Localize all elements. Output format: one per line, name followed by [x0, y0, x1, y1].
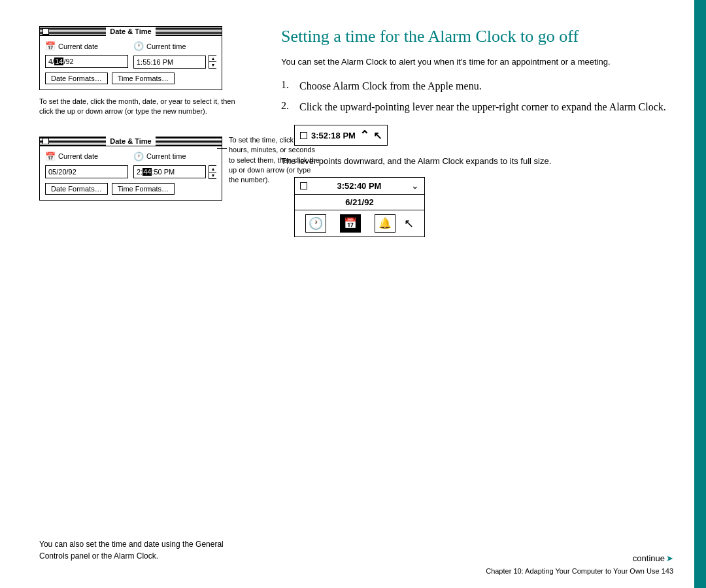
dialog1-time-input-row: 1:55:16 PM ▲ ▼ [133, 55, 216, 69]
caption1-text: To set the date, click the month, date, … [39, 97, 242, 117]
calendar-icon: 📅 [45, 41, 56, 51]
dialog2-date-field-group: 05/20/92 [45, 165, 128, 178]
alarm-lever-down-icon: ⌄ [411, 180, 419, 191]
dialog1-section: Date & Time 📅 Current date 🕐 [39, 26, 242, 117]
alarm-expanded-bottom: 🕐 📅 🔔 ↖ [295, 210, 424, 237]
intro-text: You can set the Alarm Clock to alert you… [281, 56, 667, 69]
step-2: 2. Click the upward-pointing lever near … [281, 100, 667, 114]
dialog2-date-input[interactable]: 05/20/92 [45, 165, 128, 178]
left-column: Date & Time 📅 Current date 🕐 [0, 0, 261, 588]
clock-icon: 🕐 [133, 41, 144, 51]
alarm-collapsed-widget: 3:52:18 PM ⌃ ↖ [294, 125, 388, 146]
page-title: Setting a time for the Alarm Clock to go… [281, 26, 667, 46]
step-2-text: Click the upward-pointing lever near the… [299, 100, 666, 114]
alarm-collapsed-time: 3:52:18 PM [311, 131, 356, 140]
dialog1-stepper[interactable]: ▲ ▼ [209, 55, 216, 69]
step-2-num: 2. [281, 100, 294, 114]
dialog2-stepper-up[interactable]: ▲ [209, 166, 217, 172]
dialog1-titlebar: Date & Time [40, 27, 222, 36]
dialog1-time-label: 🕐 Current time [133, 41, 216, 51]
dialog1-date-label: 📅 Current date [45, 41, 128, 51]
dialog2-date-label: 📅 Current date [45, 152, 128, 161]
dialog2-close-box[interactable] [42, 138, 49, 144]
dialog1-date-field-group: 4/14/92 [45, 55, 128, 68]
right-column: Setting a time for the Alarm Clock to go… [261, 0, 706, 588]
dialog2-time-input-row: 2:44:50 PM ▲ ▼ [133, 165, 216, 179]
cursor-icon: ↖ [373, 129, 382, 142]
alarm-calendar-icon[interactable]: 📅 [340, 214, 361, 233]
dialog2-stepper[interactable]: ▲ ▼ [209, 165, 216, 179]
lever-description: The lever points downward, and the Alarm… [281, 155, 667, 168]
dialog1-close-box[interactable] [42, 28, 49, 35]
footer-text: Chapter 10: Adapting Your Computer to Yo… [486, 567, 673, 575]
dialog1-time-formats-btn[interactable]: Time Formats… [112, 73, 175, 84]
date-time-dialog-2: Date & Time 📅 Current date 🕐 [39, 137, 222, 201]
dialog1-labels-row: 📅 Current date 🕐 Current time [45, 41, 216, 51]
dialog2-inputs-row: 05/20/92 2:44:50 PM ▲ ▼ [45, 165, 216, 179]
clock-icon-2: 🕐 [133, 152, 144, 161]
dialog2-time-group: 🕐 Current time [133, 152, 216, 161]
dialog1-time-group: 🕐 Current time [133, 41, 216, 51]
alarm-expanded-date: 6/21/92 [295, 195, 424, 210]
dialog1-inputs-row: 4/14/92 1:55:16 PM ▲ ▼ [45, 55, 216, 69]
step-1: 1. Choose Alarm Clock from the Apple men… [281, 79, 667, 93]
page-container: Date & Time 📅 Current date 🕐 [0, 0, 706, 588]
dialog1-stepper-down[interactable]: ▼ [209, 62, 217, 68]
alarm-bell-icon[interactable]: 🔔 [375, 214, 395, 233]
step-1-text: Choose Alarm Clock from the Apple menu. [299, 79, 482, 93]
alarm-cursor-icon: ↖ [404, 216, 414, 231]
continue-link[interactable]: continue ➤ [633, 553, 673, 563]
dialog1-title: Date & Time [106, 27, 155, 36]
dialog1-date-input[interactable]: 4/14/92 [45, 55, 128, 68]
dialog1-body: 📅 Current date 🕐 Current time [40, 36, 222, 90]
dialog2-title: Date & Time [106, 137, 155, 146]
dialog2-labels-row: 📅 Current date 🕐 Current time [45, 152, 216, 161]
dialog2-section: Date & Time 📅 Current date 🕐 [39, 137, 242, 201]
alarm-expanded-time: 3:52:40 PM [337, 181, 382, 191]
continue-label: continue [633, 553, 665, 563]
dialog1-date-group: 📅 Current date [45, 41, 128, 51]
calendar-icon-2: 📅 [45, 152, 56, 161]
step-1-num: 1. [281, 79, 294, 93]
dialog2-body: 📅 Current date 🕐 Current time [40, 146, 222, 200]
alarm-expanded-widget: 3:52:40 PM ⌄ 6/21/92 🕐 📅 🔔 ↖ [294, 177, 425, 237]
alarm-expanded-checkbox[interactable] [300, 182, 307, 189]
date-time-dialog-1: Date & Time 📅 Current date 🕐 [39, 26, 222, 90]
teal-sidebar-strip [694, 0, 706, 588]
alarm-checkbox[interactable] [300, 132, 307, 139]
dialog2-time-formats-btn[interactable]: Time Formats… [112, 183, 175, 195]
dialog2-titlebar: Date & Time [40, 137, 222, 146]
dialog2-buttons-row: Date Formats… Time Formats… [45, 183, 216, 195]
lever-icon: ⌃ [360, 128, 369, 142]
dialog2-time-label: 🕐 Current time [133, 152, 216, 161]
dialog2-stepper-down[interactable]: ▼ [209, 172, 217, 178]
bottom-text: You can also set the time and date using… [39, 538, 242, 562]
dialog2-time-input[interactable]: 2:44:50 PM [133, 165, 206, 178]
dialog1-stepper-up[interactable]: ▲ [209, 56, 217, 61]
dialog1-time-input[interactable]: 1:55:16 PM [133, 56, 206, 69]
continue-arrow-icon: ➤ [666, 553, 673, 563]
dialog1-buttons-row: Date Formats… Time Formats… [45, 73, 216, 84]
alarm-expanded-top: 3:52:40 PM ⌄ [295, 178, 424, 195]
numbered-list: 1. Choose Alarm Clock from the Apple men… [281, 79, 667, 115]
dialog2-date-group: 📅 Current date [45, 152, 128, 161]
dialog1-date-formats-btn[interactable]: Date Formats… [45, 73, 108, 84]
alarm-clock-icon[interactable]: 🕐 [305, 214, 326, 233]
dialog2-date-formats-btn[interactable]: Date Formats… [45, 183, 108, 195]
